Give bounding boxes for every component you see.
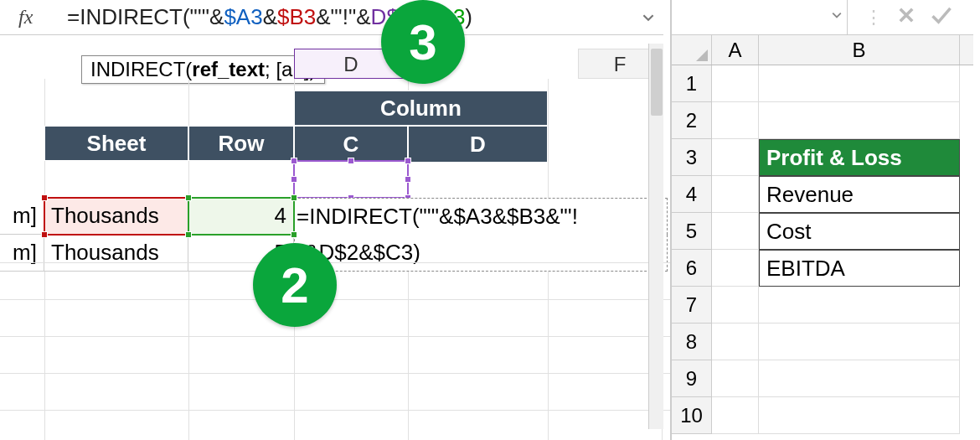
cell-A6[interactable]	[712, 250, 759, 287]
divider-icon: ⋮	[864, 7, 883, 28]
confirm-icon[interactable]	[930, 4, 953, 31]
cell-B10[interactable]	[759, 397, 960, 434]
formula-expand-icon[interactable]	[640, 0, 663, 34]
formula-bar-actions: ⋮	[848, 4, 953, 31]
column-header-A[interactable]: A	[712, 35, 759, 65]
table-row: 2	[672, 102, 973, 139]
table-row: 1	[672, 65, 973, 102]
row-number[interactable]: 5	[672, 213, 712, 250]
table-row: 7	[672, 287, 973, 324]
row-number[interactable]: 4	[672, 176, 712, 213]
row-number[interactable]: 8	[672, 324, 712, 360]
fx-label-icon[interactable]: fx	[0, 6, 59, 28]
table-row: 8	[672, 324, 973, 360]
formula-bar: fx =INDIRECT("'"&$A3&$B3&"'!"&D$2&$C3)	[0, 0, 663, 35]
right-column-headers: A B	[672, 35, 973, 65]
cell-B3-profit-loss-header[interactable]: Profit & Loss	[759, 139, 960, 176]
header-sheet[interactable]: Sheet	[44, 126, 188, 161]
table-row: 9	[672, 360, 973, 397]
ref-b3: $B3	[277, 4, 316, 29]
name-box-row: ⋮	[672, 0, 973, 35]
annotation-badge-3: 3	[381, 0, 465, 84]
row-number[interactable]: 2	[672, 102, 712, 139]
cell-B5-cost[interactable]: Cost	[759, 213, 960, 250]
left-workbook-pane: fx =INDIRECT("'"&$A3&$B3&"'!"&D$2&$C3) I…	[0, 0, 670, 440]
cancel-icon[interactable]	[896, 4, 916, 31]
vertical-scrollbar[interactable]	[648, 44, 663, 429]
right-rows: 1 2 3 Profit & Loss 4 Revenue 5	[672, 65, 973, 434]
header-row[interactable]: Row	[188, 126, 294, 161]
formula-input[interactable]: =INDIRECT("'"&$A3&$B3&"'!"&D$2&$C3)	[59, 1, 640, 34]
select-all-corner[interactable]	[672, 35, 712, 65]
row-number[interactable]: 10	[672, 397, 712, 434]
formula-text: =INDIRECT("'"&	[67, 4, 224, 29]
left-column-headers: D F	[0, 49, 670, 79]
row-number[interactable]: 1	[672, 65, 712, 102]
row-number[interactable]: 9	[672, 360, 712, 397]
row-number[interactable]: 6	[672, 250, 712, 287]
cell-B9[interactable]	[759, 360, 960, 397]
cell-B2[interactable]	[759, 102, 960, 139]
cell-B8[interactable]	[759, 324, 960, 360]
cell-A3[interactable]	[712, 139, 759, 176]
row-number[interactable]: 3	[672, 139, 712, 176]
row-number[interactable]: 7	[672, 287, 712, 324]
horizontal-gridlines	[0, 226, 670, 440]
cell-B1[interactable]	[759, 65, 960, 102]
cell-A1[interactable]	[712, 65, 759, 102]
table-row: 5 Cost	[672, 213, 973, 250]
name-box-dropdown-icon[interactable]	[832, 8, 842, 23]
cell-A2[interactable]	[712, 102, 759, 139]
cell-A5[interactable]	[712, 213, 759, 250]
table-row: 4 Revenue	[672, 176, 973, 213]
cell-A10[interactable]	[712, 397, 759, 434]
header-D[interactable]: D	[408, 126, 548, 163]
annotation-badge-2: 2	[253, 243, 337, 327]
cell-B4-revenue[interactable]: Revenue	[759, 176, 960, 213]
table-row: 3 Profit & Loss	[672, 139, 973, 176]
right-workbook-pane: ⋮ A B 1 2	[670, 0, 973, 440]
cell-A8[interactable]	[712, 324, 759, 360]
cell-A4[interactable]	[712, 176, 759, 213]
table-row: 6 EBITDA	[672, 250, 973, 287]
column-header-B[interactable]: B	[759, 35, 960, 65]
header-C[interactable]: C	[294, 126, 408, 163]
cell-B7[interactable]	[759, 287, 960, 324]
table-row: 10	[672, 397, 973, 434]
scrollbar-thumb[interactable]	[651, 49, 663, 116]
ref-a3: $A3	[224, 4, 262, 29]
header-column[interactable]: Column	[294, 91, 548, 126]
name-box[interactable]	[672, 0, 848, 34]
cell-B6-ebitda[interactable]: EBITDA	[759, 250, 960, 287]
cell-A9[interactable]	[712, 360, 759, 397]
cell-A7[interactable]	[712, 287, 759, 324]
